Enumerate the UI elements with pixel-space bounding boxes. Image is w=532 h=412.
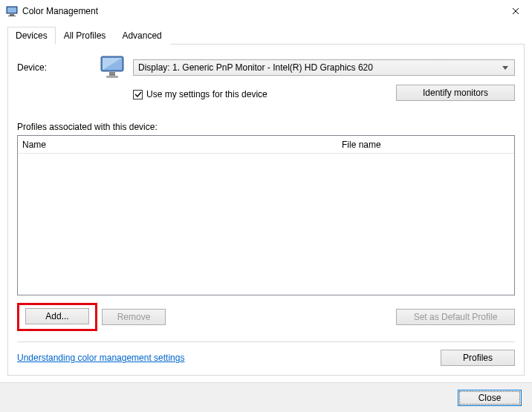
column-name[interactable]: Name xyxy=(18,136,337,153)
content-area: Devices All Profiles Advanced Device: Di… xyxy=(0,22,532,376)
profiles-section-label: Profiles associated with this device: xyxy=(17,122,515,132)
svg-rect-7 xyxy=(106,76,118,78)
add-button[interactable]: Add... xyxy=(25,308,89,324)
close-button-label: Close xyxy=(479,393,502,403)
understanding-link[interactable]: Understanding color management settings xyxy=(17,353,184,363)
tab-strip: Devices All Profiles Advanced xyxy=(7,27,525,45)
svg-rect-2 xyxy=(10,14,14,16)
close-button[interactable]: Close xyxy=(458,390,522,406)
tab-devices[interactable]: Devices xyxy=(7,27,56,45)
set-default-button[interactable]: Set as Default Profile xyxy=(396,309,515,325)
use-settings-checkbox[interactable] xyxy=(133,90,143,99)
profiles-button[interactable]: Profiles xyxy=(441,350,515,366)
listview-header: Name File name xyxy=(18,136,514,154)
window-title: Color Management xyxy=(22,6,499,16)
profiles-listview[interactable]: Name File name xyxy=(17,135,515,295)
use-settings-label: Use my settings for this device xyxy=(146,89,267,99)
bottom-row: Understanding color management settings … xyxy=(17,350,515,366)
divider xyxy=(17,341,515,342)
device-label: Device: xyxy=(17,62,99,73)
titlebar: Color Management xyxy=(0,0,532,22)
set-default-label: Set as Default Profile xyxy=(414,312,498,322)
profile-buttons-row: Add... Remove Set as Default Profile xyxy=(17,303,515,331)
column-file[interactable]: File name xyxy=(337,136,514,153)
devices-panel: Device: Display: 1. Generic PnP Monitor … xyxy=(7,44,525,376)
device-row: Device: Display: 1. Generic PnP Monitor … xyxy=(17,55,515,80)
tab-advanced[interactable]: Advanced xyxy=(114,27,169,45)
app-icon xyxy=(6,5,18,17)
window-close-button[interactable] xyxy=(499,0,532,22)
tab-all-profiles[interactable]: All Profiles xyxy=(56,27,114,45)
monitor-icon xyxy=(99,55,129,80)
use-settings-row: Use my settings for this device xyxy=(133,89,267,99)
add-button-label: Add... xyxy=(45,311,68,321)
add-button-highlight: Add... xyxy=(17,303,97,331)
identify-monitors-label: Identify monitors xyxy=(423,88,488,98)
svg-rect-6 xyxy=(109,72,115,76)
remove-button[interactable]: Remove xyxy=(102,309,166,325)
remove-button-label: Remove xyxy=(117,312,151,322)
svg-rect-1 xyxy=(7,7,16,13)
identify-monitors-button[interactable]: Identify monitors xyxy=(396,85,515,101)
device-selected-text: Display: 1. Generic PnP Monitor - Intel(… xyxy=(138,62,373,73)
profiles-button-label: Profiles xyxy=(463,353,493,363)
device-dropdown[interactable]: Display: 1. Generic PnP Monitor - Intel(… xyxy=(133,59,515,76)
dialog-footer: Close xyxy=(0,382,532,412)
svg-rect-3 xyxy=(8,16,16,16)
